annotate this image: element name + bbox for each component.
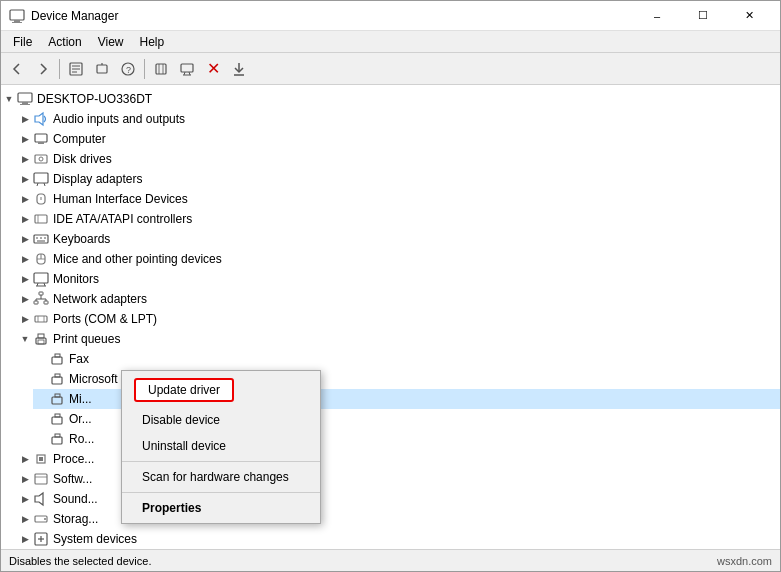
ctx-disable[interactable]: Disable device — [122, 407, 320, 433]
svg-rect-61 — [55, 354, 60, 357]
monitors-label: Monitors — [53, 272, 99, 286]
network-label: Network adapters — [53, 292, 147, 306]
scan-label: Scan for hardware changes — [142, 470, 289, 484]
tree-view[interactable]: ▼ DESKTOP-UO336DT ▶ — [1, 85, 780, 549]
download-button[interactable] — [227, 57, 251, 81]
sound-icon — [33, 491, 49, 507]
ctx-scan[interactable]: Scan for hardware changes — [122, 464, 320, 490]
root-label: DESKTOP-UO336DT — [37, 92, 152, 106]
expand-icon-ports: ▶ — [17, 311, 33, 327]
ro-label: Ro... — [69, 432, 94, 446]
ctx-separator — [122, 461, 320, 462]
svg-rect-7 — [97, 65, 107, 73]
svg-rect-67 — [55, 414, 60, 417]
toolbar-sep-2 — [144, 59, 145, 79]
display-button[interactable] — [175, 57, 199, 81]
disk-icon — [33, 151, 49, 167]
printq-label: Print queues — [53, 332, 120, 346]
svg-rect-24 — [35, 134, 47, 142]
monitor-icon — [33, 271, 49, 287]
proce-label: Proce... — [53, 452, 94, 466]
tree-item-printq[interactable]: ▼ Print queues — [17, 329, 780, 349]
expand-icon-display: ▶ — [17, 171, 33, 187]
svg-point-76 — [44, 518, 46, 520]
svg-rect-63 — [55, 374, 60, 377]
or-icon — [49, 411, 65, 427]
hid-icon — [33, 191, 49, 207]
mi-icon — [49, 391, 65, 407]
tree-item-ide[interactable]: ▶ IDE ATA/ATAPI controllers — [17, 209, 780, 229]
tree-item-disk[interactable]: ▶ Disk drives — [17, 149, 780, 169]
status-message: Disables the selected device. — [9, 555, 151, 567]
scan-button[interactable] — [149, 57, 173, 81]
tree-item-network[interactable]: ▶ Network adapters — [17, 289, 780, 309]
svg-rect-59 — [38, 340, 44, 344]
ro-icon — [49, 431, 65, 447]
properties-button[interactable] — [64, 57, 88, 81]
mi-label: Mi... — [69, 392, 92, 406]
svg-rect-33 — [35, 215, 47, 223]
menu-file[interactable]: File — [5, 33, 40, 51]
svg-rect-20 — [18, 93, 32, 102]
tree-root[interactable]: ▼ DESKTOP-UO336DT — [1, 89, 780, 109]
tree-item-mice[interactable]: ▶ Mice and other pointing devices — [17, 249, 780, 269]
svg-rect-72 — [35, 474, 47, 484]
svg-rect-66 — [52, 417, 62, 424]
expand-icon-audio: ▶ — [17, 111, 33, 127]
svg-rect-25 — [38, 142, 44, 144]
expand-icon-network: ▶ — [17, 291, 33, 307]
toolbar: ? ✕ — [1, 53, 780, 85]
close-button[interactable]: ✕ — [726, 1, 772, 31]
expand-icon-ide: ▶ — [17, 211, 33, 227]
tree-item-display[interactable]: ▶ Display adapters — [17, 169, 780, 189]
tree-item-ports[interactable]: ▶ Ports (COM & LPT) — [17, 309, 780, 329]
tree-item-computer[interactable]: ▶ Computer — [17, 129, 780, 149]
svg-marker-23 — [35, 113, 43, 125]
help-button[interactable]: ? — [116, 57, 140, 81]
soft-icon — [33, 471, 49, 487]
tree-item-fax[interactable]: ▶ Fax — [33, 349, 780, 369]
uninstall-label: Uninstall device — [142, 439, 226, 453]
ctx-update-driver[interactable]: Update driver — [122, 373, 320, 407]
menu-action[interactable]: Action — [40, 33, 89, 51]
tree-item-audio[interactable]: ▶ Audio inputs and outputs — [17, 109, 780, 129]
menu-help[interactable]: Help — [132, 33, 173, 51]
maximize-button[interactable]: ☐ — [680, 1, 726, 31]
tree-item-hid[interactable]: ▶ Human Interface Devices — [17, 189, 780, 209]
svg-marker-74 — [35, 493, 43, 505]
expand-icon-keyboards: ▶ — [17, 231, 33, 247]
expand-icon-computer: ▶ — [17, 131, 33, 147]
svg-rect-28 — [34, 173, 48, 183]
ctx-properties[interactable]: Properties — [122, 495, 320, 521]
ide-label: IDE ATA/ATAPI controllers — [53, 212, 192, 226]
expand-icon-root: ▼ — [1, 91, 17, 107]
app-icon — [9, 8, 25, 24]
svg-rect-2 — [12, 22, 22, 23]
sysdev-icon — [33, 531, 49, 547]
ctx-separator-2 — [122, 492, 320, 493]
back-button[interactable] — [5, 57, 29, 81]
svg-rect-35 — [34, 235, 48, 243]
update-driver-button[interactable] — [90, 57, 114, 81]
svg-rect-71 — [39, 457, 43, 461]
print-icon — [33, 331, 49, 347]
expand-icon-sound: ▶ — [17, 491, 33, 507]
sound-label: Sound... — [53, 492, 98, 506]
forward-button[interactable] — [31, 57, 55, 81]
tree-item-sysdev[interactable]: ▶ System devices — [17, 529, 780, 549]
remove-button[interactable]: ✕ — [201, 57, 225, 81]
pdf-icon — [49, 371, 65, 387]
computer-device-icon — [33, 131, 49, 147]
svg-rect-11 — [156, 64, 166, 74]
computer-icon — [17, 91, 33, 107]
properties-label: Properties — [142, 501, 201, 515]
menu-view[interactable]: View — [90, 33, 132, 51]
menu-bar: File Action View Help — [1, 31, 780, 53]
ctx-uninstall[interactable]: Uninstall device — [122, 433, 320, 459]
tree-item-monitors[interactable]: ▶ Monitors — [17, 269, 780, 289]
tree-item-keyboards[interactable]: ▶ Keyboards — [17, 229, 780, 249]
mice-label: Mice and other pointing devices — [53, 252, 222, 266]
computer-label: Computer — [53, 132, 106, 146]
svg-rect-47 — [39, 292, 43, 295]
minimize-button[interactable]: – — [634, 1, 680, 31]
